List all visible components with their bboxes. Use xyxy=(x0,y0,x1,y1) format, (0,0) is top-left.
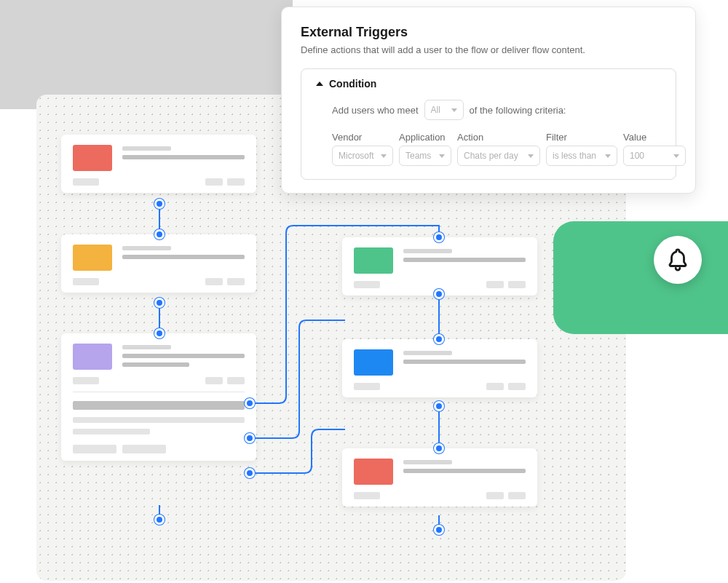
connector-dot xyxy=(154,229,165,239)
chevron-down-icon xyxy=(673,154,679,158)
criteria-all-select[interactable]: All xyxy=(424,100,464,120)
criteria-suffix: of the following criteria: xyxy=(470,105,566,116)
criteria-prefix: Add users who meet xyxy=(332,105,419,116)
vendor-label: Vendor xyxy=(332,132,393,143)
gray-background-block xyxy=(0,0,293,109)
node-swatch xyxy=(73,245,112,271)
condition-box: Condition Add users who meet All of the … xyxy=(301,68,676,180)
connector-dot xyxy=(434,289,444,299)
node-swatch xyxy=(354,459,393,485)
connector-dot xyxy=(154,515,165,525)
connector-dot xyxy=(434,401,444,411)
panel-title: External Triggers xyxy=(301,25,676,40)
connector-dot xyxy=(245,433,255,443)
connector-dot xyxy=(154,298,165,308)
flow-node[interactable] xyxy=(61,135,256,193)
connector-dot xyxy=(434,525,444,535)
notification-button[interactable] xyxy=(654,236,702,284)
node-swatch xyxy=(354,349,393,376)
node-swatch xyxy=(354,247,393,274)
condition-label: Condition xyxy=(329,78,376,90)
application-label: Application xyxy=(399,132,451,143)
node-swatch xyxy=(73,344,112,370)
node-text-placeholder xyxy=(403,459,526,485)
connector-dot xyxy=(154,199,165,209)
filter-select[interactable]: is less than xyxy=(546,146,617,166)
node-text-placeholder xyxy=(122,344,245,370)
notification-side-tab xyxy=(553,221,728,334)
chevron-down-icon xyxy=(439,154,445,158)
node-text-placeholder xyxy=(122,245,245,271)
node-text-placeholder xyxy=(122,145,245,171)
connector-dot xyxy=(245,398,255,408)
chevron-down-icon xyxy=(451,108,457,112)
connector-dot xyxy=(154,328,165,338)
condition-toggle[interactable]: Condition xyxy=(316,78,661,90)
flow-node-expanded[interactable] xyxy=(61,333,256,461)
value-select[interactable]: 100 xyxy=(623,146,686,166)
flow-node[interactable] xyxy=(342,237,537,296)
action-label: Action xyxy=(457,132,540,143)
connector-dot xyxy=(434,232,444,242)
node-text-placeholder xyxy=(403,349,526,376)
node-text-placeholder xyxy=(403,247,526,274)
chevron-down-icon xyxy=(605,154,611,158)
chevron-up-icon xyxy=(316,82,323,86)
filter-label: Filter xyxy=(546,132,617,143)
action-select[interactable]: Chats per day xyxy=(457,146,540,166)
node-swatch xyxy=(73,145,112,171)
chevron-down-icon xyxy=(381,154,387,158)
bell-icon xyxy=(665,247,690,272)
chevron-down-icon xyxy=(528,154,534,158)
flow-node[interactable] xyxy=(342,448,537,507)
application-select[interactable]: Teams xyxy=(399,146,451,166)
external-triggers-panel: External Triggers Define actions that wi… xyxy=(281,7,696,194)
connector-dot xyxy=(245,468,255,478)
vendor-select[interactable]: Microsoft xyxy=(332,146,393,166)
panel-description: Define actions that will add a user to t… xyxy=(301,44,676,55)
connector-dot xyxy=(434,443,444,453)
flow-node[interactable] xyxy=(61,234,256,293)
flow-node[interactable] xyxy=(342,339,537,397)
value-label: Value xyxy=(623,132,686,143)
connector-dot xyxy=(434,334,444,344)
